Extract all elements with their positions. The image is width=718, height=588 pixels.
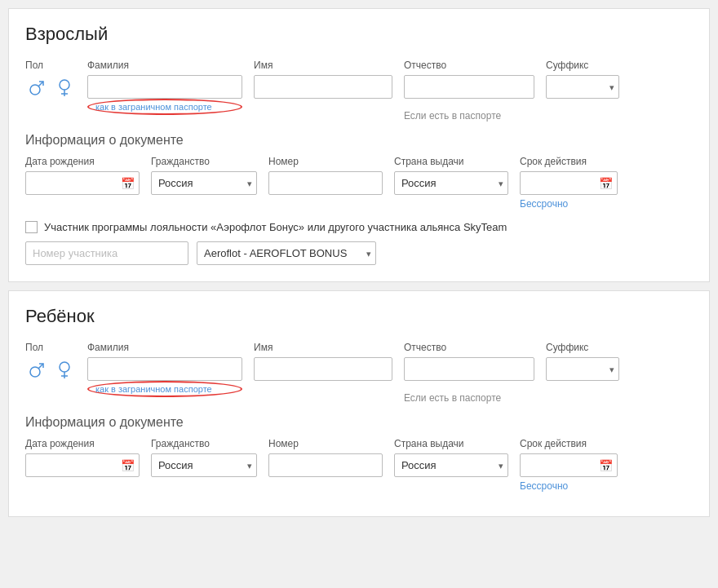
adult-gender-icons <box>25 77 76 99</box>
adult-country-group: Страна выдачи Россия Другая ▾ <box>394 156 508 195</box>
child-name-row: Пол Фа <box>25 342 693 404</box>
child-country-select-wrapper: Россия Другая ▾ <box>394 453 508 477</box>
child-lastname-label: Фамилия <box>87 342 242 353</box>
adult-country-label: Страна выдачи <box>394 156 508 167</box>
adult-suffix-group: Суффикс Jr Sr II III ▾ <box>546 60 619 99</box>
child-hint-passport: как в заграничном паспорте <box>87 381 242 397</box>
child-number-label: Номер <box>268 438 383 449</box>
adult-birthdate-group: Дата рождения 📅 <box>25 156 140 195</box>
adult-loyalty-inputs: Aeroflot - AEROFLOT BONUS ▾ <box>25 241 693 265</box>
child-doc-info-title: Информация о документе <box>25 415 693 430</box>
child-doc-row: Дата рождения 📅 Гражданство Россия Друга… <box>25 438 693 492</box>
adult-gender-label: Пол <box>25 60 76 71</box>
adult-number-label: Номер <box>268 156 383 167</box>
adult-birthdate-label: Дата рождения <box>25 156 140 167</box>
adult-citizenship-select-wrapper: Россия Другая ▾ <box>151 171 257 195</box>
adult-suffix-select[interactable]: Jr Sr II III <box>546 75 619 99</box>
adult-suffix-label: Суффикс <box>546 60 619 71</box>
child-expiry-input[interactable] <box>520 453 618 477</box>
child-firstname-label: Имя <box>254 342 392 353</box>
child-firstname-input[interactable] <box>254 357 392 381</box>
child-if-passport: Если есть в паспорте <box>404 387 534 404</box>
adult-title: Взрослый <box>25 24 693 45</box>
adult-expiry-group: Срок действия 📅 Бессрочно <box>520 156 618 210</box>
svg-point-0 <box>30 85 40 95</box>
adult-number-input[interactable] <box>268 171 383 195</box>
adult-firstname-input[interactable] <box>254 75 392 99</box>
child-gender-icons <box>25 359 76 382</box>
adult-expiry-label: Срок действия <box>520 156 618 167</box>
child-unlimited: Бессрочно <box>520 480 618 492</box>
adult-loyalty-program-select[interactable]: Aeroflot - AEROFLOT BONUS <box>197 241 376 265</box>
adult-firstname-label: Имя <box>254 60 392 71</box>
child-expiry-label: Срок действия <box>520 438 618 449</box>
svg-line-1 <box>38 82 43 86</box>
adult-expiry-wrapper: 📅 <box>520 171 618 195</box>
adult-expiry-input[interactable] <box>520 171 618 195</box>
child-birthdate-input[interactable] <box>25 453 140 477</box>
adult-female-icon[interactable] <box>53 77 76 99</box>
child-citizenship-group: Гражданство Россия Другая ▾ <box>151 438 257 477</box>
child-lastname-input[interactable] <box>87 357 242 381</box>
adult-name-row: Пол Фа <box>25 60 693 122</box>
child-expiry-group: Срок действия 📅 Бессрочно <box>520 438 618 492</box>
child-gender-label: Пол <box>25 342 76 353</box>
child-expiry-wrapper: 📅 <box>520 453 618 477</box>
adult-country-select[interactable]: Россия Другая <box>394 171 508 195</box>
adult-citizenship-label: Гражданство <box>151 156 257 167</box>
child-patronymic-group: Отчество Если есть в паспорте <box>404 342 534 404</box>
adult-citizenship-group: Гражданство Россия Другая ▾ <box>151 156 257 195</box>
child-number-group: Номер <box>268 438 383 477</box>
child-section: Ребёнок Пол <box>8 290 710 517</box>
adult-loyalty-label: Участник программы лояльности «Аэрофлот … <box>44 221 507 233</box>
svg-point-2 <box>60 80 69 90</box>
adult-country-select-wrapper: Россия Другая ▾ <box>394 171 508 195</box>
child-female-icon[interactable] <box>53 359 76 382</box>
adult-loyalty-number-input[interactable] <box>25 241 188 265</box>
adult-loyalty-checkbox[interactable] <box>25 221 38 233</box>
child-gender-group: Пол <box>25 342 76 382</box>
adult-citizenship-select[interactable]: Россия Другая <box>151 171 257 195</box>
child-male-icon[interactable] <box>25 359 48 382</box>
adult-male-icon[interactable] <box>25 77 48 99</box>
child-citizenship-label: Гражданство <box>151 438 257 449</box>
child-suffix-select[interactable]: Jr Sr II III <box>546 357 619 381</box>
adult-lastname-input[interactable] <box>87 75 242 99</box>
child-number-input[interactable] <box>268 453 383 477</box>
adult-suffix-select-wrapper: Jr Sr II III ▾ <box>546 75 619 99</box>
svg-point-7 <box>60 362 69 372</box>
child-birthdate-group: Дата рождения 📅 <box>25 438 140 477</box>
child-country-label: Страна выдачи <box>394 438 508 449</box>
adult-birthdate-wrapper: 📅 <box>25 171 140 195</box>
adult-patronymic-input[interactable] <box>404 75 534 99</box>
child-suffix-select-wrapper: Jr Sr II III ▾ <box>546 357 619 381</box>
child-patronymic-label: Отчество <box>404 342 534 353</box>
child-citizenship-select-wrapper: Россия Другая ▾ <box>151 453 257 477</box>
adult-lastname-label: Фамилия <box>87 60 242 71</box>
child-birthdate-wrapper: 📅 <box>25 453 140 477</box>
child-citizenship-select[interactable]: Россия Другая <box>151 453 257 477</box>
child-title: Ребёнок <box>25 306 693 327</box>
adult-doc-info-title: Информация о документе <box>25 133 693 148</box>
child-suffix-label: Суффикс <box>546 342 619 353</box>
adult-patronymic-group: Отчество Если есть в паспорте <box>404 60 534 122</box>
adult-lastname-group: Фамилия как в заграничном паспорте <box>87 60 242 115</box>
adult-gender-group: Пол <box>25 60 76 99</box>
child-suffix-group: Суффикс Jr Sr II III ▾ <box>546 342 619 381</box>
adult-loyalty-row: Участник программы лояльности «Аэрофлот … <box>25 221 693 233</box>
adult-birthdate-input[interactable] <box>25 171 140 195</box>
child-country-group: Страна выдачи Россия Другая ▾ <box>394 438 508 477</box>
child-lastname-group: Фамилия как в заграничном паспорте <box>87 342 242 397</box>
adult-number-group: Номер <box>268 156 383 195</box>
adult-unlimited: Бессрочно <box>520 198 618 210</box>
svg-line-6 <box>38 364 43 369</box>
adult-hint-passport: как в заграничном паспорте <box>87 99 242 115</box>
adult-loyalty-program-wrapper: Aeroflot - AEROFLOT BONUS ▾ <box>197 241 376 265</box>
child-country-select[interactable]: Россия Другая <box>394 453 508 477</box>
adult-patronymic-label: Отчество <box>404 60 534 71</box>
adult-section: Взрослый Пол <box>8 8 710 282</box>
adult-firstname-group: Имя <box>254 60 392 99</box>
child-firstname-group: Имя <box>254 342 392 381</box>
child-patronymic-input[interactable] <box>404 357 534 381</box>
adult-doc-row: Дата рождения 📅 Гражданство Россия Друга… <box>25 156 693 210</box>
